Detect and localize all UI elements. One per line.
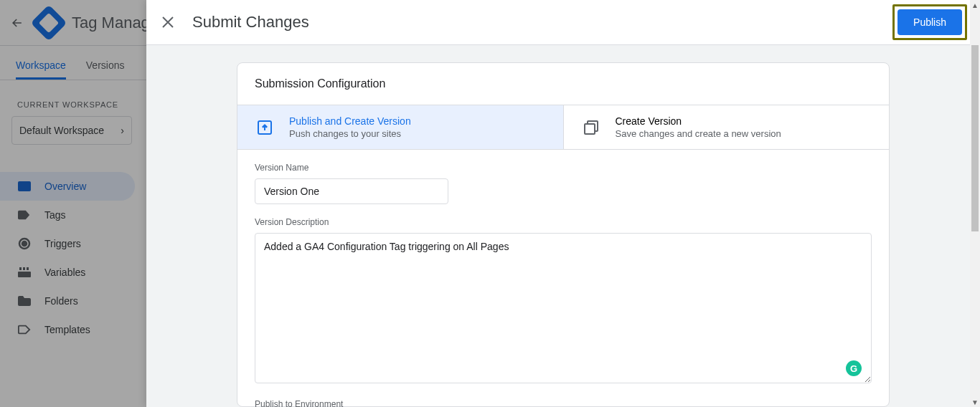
close-icon[interactable] — [159, 14, 176, 31]
option-subtitle: Push changes to your sites — [289, 128, 411, 139]
publish-button[interactable]: Publish — [897, 9, 962, 35]
panel-header: Submit Changes Publish — [146, 0, 980, 45]
version-desc-label: Version Description — [255, 217, 872, 227]
submission-config-card: Submission Configuration Publish and Cre… — [237, 62, 890, 407]
version-name-input[interactable] — [255, 178, 448, 204]
version-name-label: Version Name — [255, 163, 872, 173]
option-create-version[interactable]: Create Version Save changes and create a… — [564, 105, 890, 149]
card-heading: Submission Configuration — [237, 63, 889, 105]
version-name-block: Version Name — [237, 150, 889, 204]
submit-changes-panel: Submit Changes Publish Submission Config… — [146, 0, 980, 407]
publish-env-block: Publish to Environment — [237, 386, 889, 407]
option-publish-create[interactable]: Publish and Create Version Push changes … — [237, 105, 564, 149]
version-icon — [581, 118, 601, 138]
option-subtitle: Save changes and create a new version — [616, 128, 781, 139]
vertical-scrollbar[interactable]: ▲ ▼ — [970, 0, 980, 407]
publish-env-label: Publish to Environment — [255, 399, 872, 407]
scroll-down-icon[interactable]: ▼ — [970, 397, 980, 407]
grammarly-icon[interactable]: G — [846, 360, 862, 376]
option-title: Publish and Create Version — [289, 115, 411, 127]
config-options: Publish and Create Version Push changes … — [237, 105, 889, 150]
panel-title: Submit Changes — [192, 13, 309, 32]
option-title: Create Version — [616, 115, 781, 127]
panel-body: Submission Configuration Publish and Cre… — [146, 45, 980, 407]
scroll-up-icon[interactable]: ▲ — [970, 0, 980, 10]
publish-highlight-box: Publish — [892, 4, 967, 40]
upload-icon — [255, 118, 275, 138]
version-desc-block: Version Description G — [237, 204, 889, 386]
scroll-thumb[interactable] — [971, 45, 979, 231]
version-desc-textarea[interactable] — [255, 233, 872, 383]
svg-rect-9 — [585, 124, 595, 134]
